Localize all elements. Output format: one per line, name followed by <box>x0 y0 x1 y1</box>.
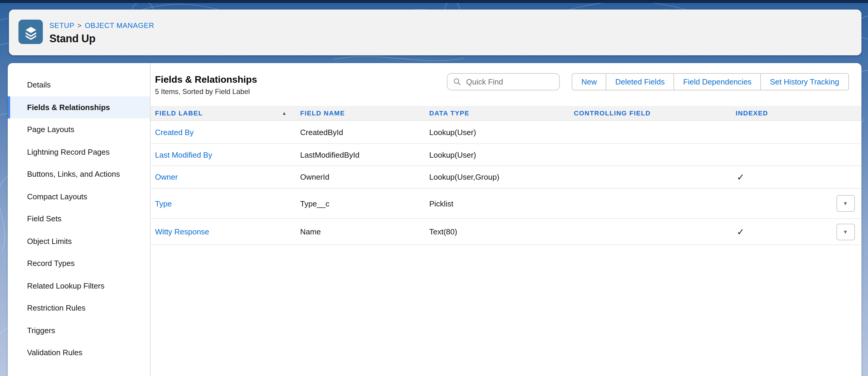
sidebar-item-label: Object Limits <box>27 237 72 246</box>
sidebar-item-label: Details <box>27 81 51 90</box>
field-row-witty-response: Witty ResponseNameText(80)✓▼ <box>150 219 861 245</box>
table-body: Created ByCreatedByIdLookup(User)Last Mo… <box>150 121 861 245</box>
salesforce-object-manager-page: SETUP>OBJECT MANAGER Stand Up DetailsFie… <box>0 0 868 376</box>
sidebar-item-related-lookup-filters[interactable]: Related Lookup Filters <box>7 275 150 297</box>
check-icon: ✓ <box>737 171 744 182</box>
toolbar-button-group: NewDeleted FieldsField DependenciesSet H… <box>572 73 849 90</box>
row-actions-menu-button[interactable]: ▼ <box>836 195 855 212</box>
row-actions-menu-button[interactable]: ▼ <box>836 223 855 240</box>
chevron-down-icon: ▼ <box>843 229 848 235</box>
column-header-data-type[interactable]: DATA TYPE <box>425 109 569 117</box>
sidebar-item-record-types[interactable]: Record Types <box>7 252 150 275</box>
content-panel: DetailsFields & RelationshipsPage Layout… <box>7 63 861 376</box>
data-type-cell: Lookup(User) <box>425 128 569 136</box>
field-name-cell: Type__c <box>296 199 425 208</box>
field-row-owner: OwnerOwnerIdLookup(User,Group)✓ <box>150 166 861 189</box>
sidebar-item-details[interactable]: Details <box>7 74 150 96</box>
column-header-label: FIELD LABEL <box>155 109 203 117</box>
field-dependencies-button[interactable]: Field Dependencies <box>674 73 761 90</box>
data-type-cell: Text(80) <box>425 227 569 236</box>
field-label-link[interactable]: Owner <box>155 173 178 182</box>
data-type-cell: Picklist <box>425 199 569 208</box>
sort-ascending-icon: ▲ <box>282 111 287 116</box>
column-header-label: DATA TYPE <box>429 109 469 117</box>
sidebar-item-label: Triggers <box>27 326 55 335</box>
breadcrumb-object-manager-link[interactable]: OBJECT MANAGER <box>85 22 154 30</box>
sidebar-item-fields-relationships[interactable]: Fields & Relationships <box>7 96 150 118</box>
column-header-controlling-field[interactable]: CONTROLLING FIELD <box>569 109 731 117</box>
field-row-created-by: Created ByCreatedByIdLookup(User) <box>150 121 861 144</box>
check-icon: ✓ <box>737 226 744 237</box>
sidebar-item-label: Validation Rules <box>27 348 83 357</box>
field-label-link[interactable]: Witty Response <box>155 227 209 236</box>
field-row-last-modified-by: Last Modified ByLastModifiedByIdLookup(U… <box>150 144 861 166</box>
fields-relationships-panel: Fields & Relationships 5 Items, Sorted b… <box>150 63 861 376</box>
sidebar-item-label: Related Lookup Filters <box>27 281 104 290</box>
top-navy-strip <box>0 0 868 3</box>
sidebar-item-lightning-record-pages[interactable]: Lightning Record Pages <box>7 141 150 163</box>
sidebar-item-validation-rules[interactable]: Validation Rules <box>7 342 150 364</box>
field-label-link[interactable]: Created By <box>155 128 194 136</box>
field-label-cell: Type <box>150 199 296 208</box>
section-header: Fields & Relationships 5 Items, Sorted b… <box>150 63 861 106</box>
sidebar-item-label: Page Layouts <box>27 125 74 134</box>
sidebar-item-label: Record Types <box>27 259 75 268</box>
column-header-label: CONTROLLING FIELD <box>574 109 651 117</box>
breadcrumb: SETUP>OBJECT MANAGER <box>50 22 154 30</box>
column-header-field-name[interactable]: FIELD NAME <box>296 109 425 117</box>
field-row-type: TypeType__cPicklist▼ <box>150 189 861 219</box>
search-icon <box>453 78 461 86</box>
column-header-label: INDEXED <box>736 109 768 117</box>
field-label-link[interactable]: Type <box>155 199 172 208</box>
indexed-cell: ✓ <box>731 171 861 182</box>
breadcrumb-separator: > <box>78 22 82 30</box>
sidebar-item-label: Lightning Record Pages <box>27 148 110 156</box>
data-type-cell: Lookup(User,Group) <box>425 173 569 182</box>
deleted-fields-button[interactable]: Deleted Fields <box>606 73 674 90</box>
field-name-cell: Name <box>296 227 425 236</box>
quick-find-input[interactable] <box>465 77 553 87</box>
sidebar-item-restriction-rules[interactable]: Restriction Rules <box>7 297 150 319</box>
new-button[interactable]: New <box>572 73 606 90</box>
field-label-cell: Created By <box>150 128 296 136</box>
sidebar-item-label: Field Sets <box>27 215 62 223</box>
table-header-row: FIELD LABEL▲FIELD NAMEDATA TYPECONTROLLI… <box>150 106 861 121</box>
column-header-label: FIELD NAME <box>300 109 345 117</box>
field-label-link[interactable]: Last Modified By <box>155 150 212 159</box>
sidebar-item-buttons-links-and-actions[interactable]: Buttons, Links, and Actions <box>7 163 150 185</box>
header-text-block: SETUP>OBJECT MANAGER Stand Up <box>50 20 154 45</box>
breadcrumb-setup-link[interactable]: SETUP <box>50 22 74 30</box>
custom-object-layers-icon <box>19 20 43 44</box>
set-history-tracking-button[interactable]: Set History Tracking <box>760 73 849 90</box>
sidebar-item-field-sets[interactable]: Field Sets <box>7 208 150 230</box>
sidebar-item-compact-layouts[interactable]: Compact Layouts <box>7 185 150 208</box>
chevron-down-icon: ▼ <box>843 200 848 207</box>
field-name-cell: OwnerId <box>296 173 425 182</box>
object-header-card: SETUP>OBJECT MANAGER Stand Up <box>9 9 862 55</box>
field-name-cell: LastModifiedById <box>296 150 425 159</box>
quick-find-box[interactable] <box>446 73 560 90</box>
sidebar-item-label: Compact Layouts <box>27 192 87 201</box>
sidebar-item-object-limits[interactable]: Object Limits <box>7 230 150 252</box>
sidebar-item-label: Restriction Rules <box>27 304 86 313</box>
object-manager-sidebar: DetailsFields & RelationshipsPage Layout… <box>7 63 150 376</box>
sidebar-item-triggers[interactable]: Triggers <box>7 319 150 342</box>
sidebar-item-label: Buttons, Links, and Actions <box>27 170 120 179</box>
field-name-cell: CreatedById <box>296 128 425 136</box>
data-type-cell: Lookup(User) <box>425 150 569 159</box>
page-title: Stand Up <box>50 32 154 45</box>
sidebar-item-label: Fields & Relationships <box>27 103 110 112</box>
field-label-cell: Last Modified By <box>150 150 296 159</box>
sidebar-item-page-layouts[interactable]: Page Layouts <box>7 118 150 141</box>
field-label-cell: Witty Response <box>150 227 296 236</box>
column-header-indexed[interactable]: INDEXED <box>731 109 861 117</box>
column-header-field-label[interactable]: FIELD LABEL▲ <box>150 109 296 117</box>
field-label-cell: Owner <box>150 173 296 182</box>
